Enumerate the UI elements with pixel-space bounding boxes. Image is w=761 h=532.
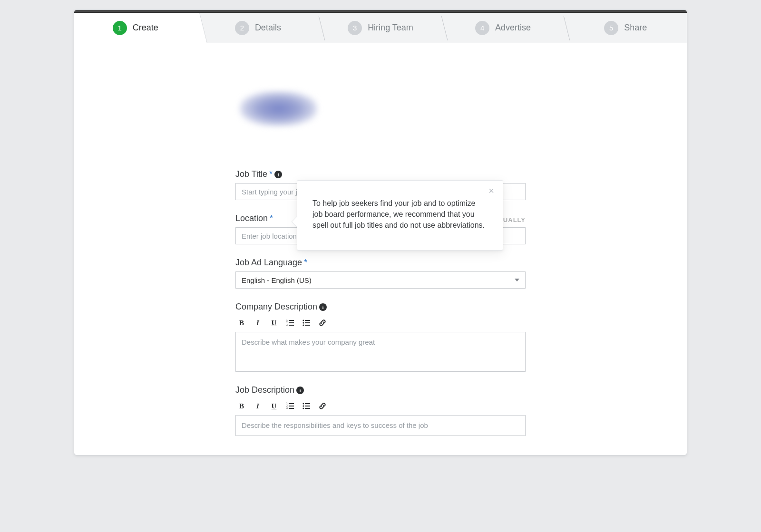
svg-point-8 bbox=[302, 324, 304, 326]
svg-point-18 bbox=[302, 403, 304, 404]
step-share[interactable]: 5 Share bbox=[564, 13, 687, 43]
ordered-list-button[interactable]: 123 bbox=[286, 402, 294, 410]
svg-rect-0 bbox=[289, 320, 294, 321]
italic-button[interactable]: I bbox=[254, 319, 262, 327]
svg-point-7 bbox=[302, 322, 304, 323]
job-description-label: Job Description bbox=[235, 385, 294, 395]
step-number: 4 bbox=[475, 21, 489, 35]
field-company-description: Company Description i B I U 123 bbox=[235, 302, 526, 372]
step-number: 3 bbox=[348, 21, 362, 35]
info-icon[interactable]: i bbox=[274, 171, 282, 178]
svg-rect-9 bbox=[305, 320, 310, 321]
step-label: Details bbox=[255, 23, 281, 33]
svg-rect-2 bbox=[289, 325, 294, 326]
bold-button[interactable]: B bbox=[237, 402, 246, 410]
underline-button[interactable]: U bbox=[270, 402, 278, 410]
job-title-tooltip: × To help job seekers find your job and … bbox=[297, 180, 503, 251]
svg-text:3: 3 bbox=[286, 406, 288, 409]
location-label: Location bbox=[235, 213, 268, 223]
svg-text:3: 3 bbox=[286, 323, 288, 326]
language-select[interactable]: English - English (US) bbox=[235, 271, 526, 289]
info-icon[interactable]: i bbox=[319, 303, 327, 311]
step-create[interactable]: 1 Create bbox=[74, 13, 197, 43]
wizard-steps: 1 Create 2 Details 3 Hiring Team 4 Adver… bbox=[74, 13, 687, 43]
company-description-editor[interactable]: Describe what makes your company great bbox=[235, 332, 526, 372]
company-description-label: Company Description bbox=[235, 302, 317, 312]
svg-rect-21 bbox=[305, 403, 310, 404]
svg-point-6 bbox=[302, 319, 304, 321]
ordered-list-button[interactable]: 123 bbox=[286, 319, 294, 327]
language-label: Job Ad Language bbox=[235, 258, 302, 268]
step-number: 1 bbox=[113, 21, 127, 35]
svg-rect-11 bbox=[305, 325, 310, 326]
job-title-label: Job Title bbox=[235, 169, 267, 179]
field-job-ad-language: Job Ad Language * English - English (US) bbox=[235, 258, 526, 289]
step-hiring-team[interactable]: 3 Hiring Team bbox=[319, 13, 442, 43]
editor-toolbar: B I U 123 bbox=[235, 316, 526, 332]
tooltip-text: To help job seekers find your job and to… bbox=[312, 198, 488, 231]
step-advertise[interactable]: 4 Advertise bbox=[442, 13, 565, 43]
italic-button[interactable]: I bbox=[254, 402, 262, 410]
step-number: 5 bbox=[604, 21, 618, 35]
job-description-editor[interactable]: Describe the responsibilities and keys t… bbox=[235, 415, 526, 436]
link-button[interactable] bbox=[318, 402, 327, 410]
step-number: 2 bbox=[235, 21, 249, 35]
svg-rect-1 bbox=[289, 322, 294, 323]
svg-rect-10 bbox=[305, 322, 310, 323]
required-mark: * bbox=[304, 258, 307, 268]
form-content: Job Title * i Location * ENTER LOCATION … bbox=[74, 43, 687, 455]
close-icon[interactable]: × bbox=[487, 186, 496, 196]
step-label: Create bbox=[133, 23, 158, 33]
svg-rect-13 bbox=[289, 406, 294, 406]
chevron-down-icon bbox=[515, 279, 519, 281]
step-label: Hiring Team bbox=[368, 23, 413, 33]
unordered-list-button[interactable] bbox=[302, 319, 311, 327]
bold-button[interactable]: B bbox=[237, 319, 246, 327]
svg-rect-22 bbox=[305, 406, 310, 406]
unordered-list-button[interactable] bbox=[302, 402, 311, 410]
underline-button[interactable]: U bbox=[270, 319, 278, 327]
svg-point-19 bbox=[302, 405, 304, 406]
svg-rect-14 bbox=[289, 408, 294, 409]
svg-point-20 bbox=[302, 407, 304, 409]
field-job-description: Job Description i B I U 123 bbox=[235, 385, 526, 436]
app-window: 1 Create 2 Details 3 Hiring Team 4 Adver… bbox=[74, 10, 687, 455]
editor-toolbar: B I U 123 bbox=[235, 399, 526, 415]
step-details[interactable]: 2 Details bbox=[197, 13, 320, 43]
svg-rect-12 bbox=[289, 403, 294, 404]
svg-rect-23 bbox=[305, 408, 310, 409]
company-logo-redacted bbox=[239, 91, 318, 126]
required-mark: * bbox=[269, 169, 273, 179]
step-label: Advertise bbox=[495, 23, 531, 33]
link-button[interactable] bbox=[318, 319, 327, 327]
step-label: Share bbox=[624, 23, 647, 33]
language-selected-value: English - English (US) bbox=[242, 276, 312, 284]
required-mark: * bbox=[270, 213, 273, 223]
info-icon[interactable]: i bbox=[296, 387, 304, 394]
